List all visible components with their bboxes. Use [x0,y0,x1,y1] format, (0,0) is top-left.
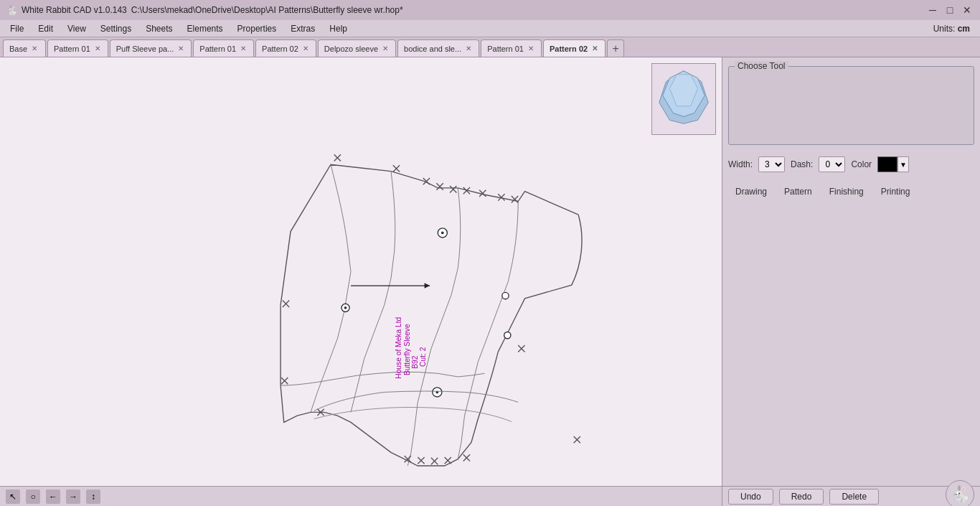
titlebar-controls: ─ □ ✕ [925,3,974,17]
tool-tab-printing[interactable]: Printing [874,184,918,200]
tab-pattern01-2-close[interactable]: ✕ [239,44,248,52]
tool-tab-pattern[interactable]: Pattern [777,184,819,200]
app-icon: 🐇 [6,5,17,16]
color-dropdown-button[interactable]: ▼ [897,156,909,172]
tab-pattern02-2-close[interactable]: ✕ [590,44,599,52]
svg-text:House of Meka Ltd: House of Meka Ltd [395,317,402,378]
tab-puff-sleeve-close[interactable]: ✕ [176,44,185,52]
nav-icon-5[interactable]: ↕ [86,489,100,504]
tab-delpozo[interactable]: Delpozo sleeve ✕ [318,39,396,57]
redo-button[interactable]: Redo [779,489,824,505]
svg-text:Butterfly Sleeve: Butterfly Sleeve [403,324,411,375]
tool-tabs: Drawing Pattern Finishing Printing [728,181,974,202]
nav-icon-4[interactable]: → [66,489,80,504]
svg-text:B92: B92 [411,355,419,369]
tab-pattern02-1-close[interactable]: ✕ [301,44,310,52]
svg-point-42 [441,232,444,235]
menu-help[interactable]: Help [322,22,354,35]
bottom-row: ↖ ○ ← → ↕ Undo Redo Delete 🐇 [0,486,980,506]
width-select[interactable]: 3 1 2 4 [758,156,785,172]
svg-point-44 [504,332,511,338]
tab-base-close[interactable]: ✕ [30,44,39,52]
nav-icon-1[interactable]: ↖ [6,489,20,504]
nav-icon-2[interactable]: ○ [26,489,40,504]
tab-pattern01-2[interactable]: Pattern 01 ✕ [193,39,254,57]
bottombar: ↖ ○ ← → ↕ [0,486,722,506]
tool-controls: Width: 3 1 2 4 Dash: 0 1 2 Color ▼ [728,154,974,175]
tab-puff-sleeve[interactable]: Puff Sleeve pa... ✕ [110,39,192,57]
tab-pattern01-1[interactable]: Pattern 01 ✕ [47,39,108,57]
tab-pattern02-2[interactable]: Pattern 02 ✕ [543,39,606,57]
width-label: Width: [728,159,753,169]
menu-settings[interactable]: Settings [93,22,138,35]
titlebar-left: 🐇 White Rabbit CAD v1.0.143 C:\Users\mek… [6,5,403,16]
menu-sheets[interactable]: Sheets [138,22,179,35]
menu-edit[interactable]: Edit [31,22,60,35]
close-button[interactable]: ✕ [960,3,974,17]
tabbar: Base ✕ Pattern 01 ✕ Puff Sleeve pa... ✕ … [0,37,980,57]
filepath: C:\Users\mekad\OneDrive\Desktop\AI Patte… [131,5,403,15]
menu-properties[interactable]: Properties [230,22,284,35]
units-display: Units: cm [933,24,977,34]
svg-text:Cut: 2: Cut: 2 [419,347,427,367]
tool-tab-drawing[interactable]: Drawing [728,184,774,200]
canvas-area[interactable]: House of Meka Ltd Butterfly Sleeve B92 C… [0,57,722,486]
nav-icon-3[interactable]: ← [46,489,60,504]
main-area: House of Meka Ltd Butterfly Sleeve B92 C… [0,57,980,486]
tab-pattern01-3[interactable]: Pattern 01 ✕ [481,39,542,57]
minimize-button[interactable]: ─ [925,3,940,17]
pattern-canvas[interactable]: House of Meka Ltd Butterfly Sleeve B92 C… [0,57,722,486]
svg-marker-50 [425,283,430,288]
tab-pattern01-3-close[interactable]: ✕ [527,44,535,52]
tab-pattern02-1[interactable]: Pattern 02 ✕ [255,39,316,57]
rabbit-logo: 🐇 [946,480,974,506]
menu-view[interactable]: View [60,22,93,35]
bottom-right-panel: Undo Redo Delete 🐇 [722,486,980,506]
color-label: Color [851,159,872,169]
choose-tool-label: Choose Tool [735,61,788,71]
tab-delpozo-close[interactable]: ✕ [381,44,390,52]
menu-elements[interactable]: Elements [180,22,230,35]
color-swatch[interactable] [877,156,897,172]
menubar: File Edit View Settings Sheets Elements … [0,20,980,37]
tool-tab-finishing[interactable]: Finishing [822,184,871,200]
tab-bodice-close[interactable]: ✕ [464,44,473,52]
tab-base[interactable]: Base ✕ [3,39,46,57]
tab-bodice[interactable]: bodice and sle... ✕ [397,39,479,57]
dash-label: Dash: [791,159,813,169]
dash-select[interactable]: 0 1 2 [819,156,845,172]
tool-area [728,208,974,480]
tab-add-button[interactable]: + [607,39,624,57]
mini-preview [651,63,716,135]
svg-point-43 [502,292,509,299]
menu-file[interactable]: File [3,22,31,35]
choose-tool-box: Choose Tool [728,66,974,145]
undo-button[interactable]: Undo [728,489,773,505]
app-title: White Rabbit CAD v1.0.143 [22,5,127,15]
delete-button[interactable]: Delete [829,489,879,505]
svg-point-48 [344,306,347,309]
maximize-button[interactable]: □ [943,3,957,17]
right-panel: Choose Tool Width: 3 1 2 4 Dash: 0 1 2 C… [722,57,980,486]
titlebar: 🐇 White Rabbit CAD v1.0.143 C:\Users\mek… [0,0,980,20]
tab-pattern01-1-close[interactable]: ✕ [93,44,102,52]
menu-extras[interactable]: Extras [283,22,322,35]
